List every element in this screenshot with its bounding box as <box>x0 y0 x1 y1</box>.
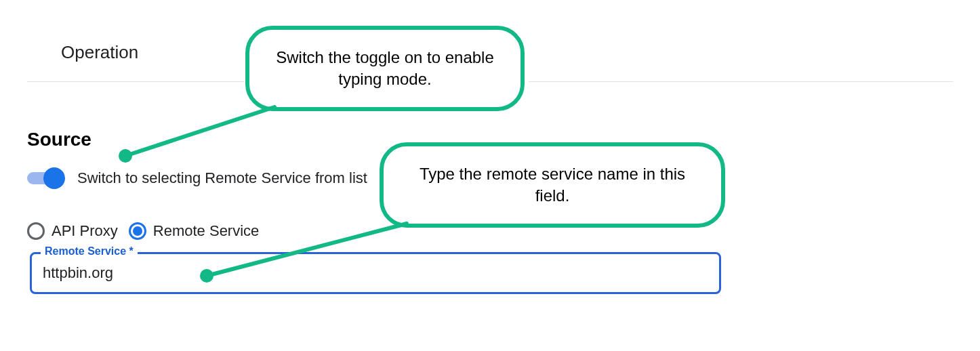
source-radio-group: API Proxy Remote Service <box>27 222 259 240</box>
radio-remote-service[interactable]: Remote Service <box>129 222 260 240</box>
svg-point-1 <box>119 149 132 163</box>
radio-api-proxy[interactable]: API Proxy <box>27 222 118 240</box>
remote-service-field-label: Remote Service * <box>41 245 138 257</box>
radio-api-proxy-label: API Proxy <box>52 222 118 240</box>
divider-left <box>27 81 244 82</box>
radio-on-icon <box>129 222 146 240</box>
radio-remote-service-label: Remote Service <box>153 222 260 240</box>
divider-right <box>529 81 953 82</box>
radio-on-inner-icon <box>133 226 142 236</box>
toggle-label: Switch to selecting Remote Service from … <box>77 169 367 187</box>
remote-service-input[interactable] <box>30 252 721 294</box>
callout-field-hint-text: Type the remote service name in this fie… <box>403 163 702 207</box>
svg-line-0 <box>125 107 274 156</box>
callout-field-hint: Type the remote service name in this fie… <box>380 142 725 228</box>
radio-off-icon <box>27 222 45 240</box>
remote-service-field-wrap: Remote Service * <box>30 252 721 294</box>
callout-toggle-hint: Switch the toggle on to enable typing mo… <box>245 26 525 111</box>
toggle-row: Switch to selecting Remote Service from … <box>27 169 367 187</box>
typing-mode-toggle[interactable] <box>27 170 62 186</box>
toggle-thumb <box>43 167 65 189</box>
operation-heading: Operation <box>61 42 138 63</box>
source-heading: Source <box>27 129 91 150</box>
callout-toggle-hint-text: Switch the toggle on to enable typing mo… <box>268 47 502 91</box>
